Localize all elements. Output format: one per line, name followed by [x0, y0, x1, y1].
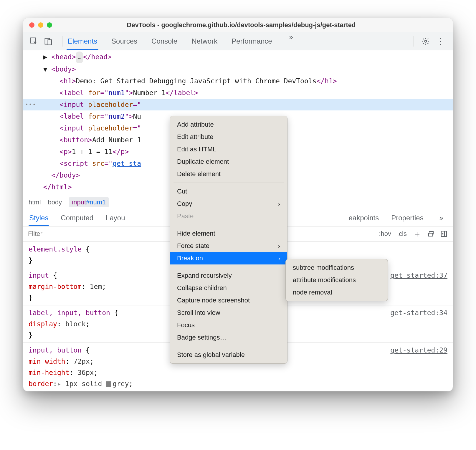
chevron-right-icon: ›	[278, 243, 280, 249]
ctx-scroll[interactable]: Scroll into view	[170, 307, 287, 319]
breadcrumb-html[interactable]: html	[29, 198, 41, 206]
ctx-copy[interactable]: Copy›	[170, 198, 287, 210]
main-tabs: Elements Sources Console Network Perform…	[67, 33, 409, 49]
titlebar: DevTools - googlechrome.github.io/devtoo…	[23, 18, 453, 32]
subtab-breakpoints[interactable]: eakpoints	[348, 210, 380, 226]
svg-rect-4	[429, 233, 433, 236]
ctx-duplicate[interactable]: Duplicate element	[170, 155, 287, 168]
ctx-badge[interactable]: Badge settings…	[170, 331, 287, 344]
more-options-icon[interactable]: ⋮	[433, 36, 447, 46]
chevron-right-icon: ›	[278, 201, 280, 207]
subtab-computed[interactable]: Computed	[60, 210, 94, 226]
ctx-separator	[173, 267, 284, 267]
tab-performance[interactable]: Performance	[230, 33, 273, 49]
svg-rect-2	[48, 40, 52, 45]
more-tabs-icon[interactable]: »	[285, 33, 297, 49]
source-link[interactable]: get-started:37	[390, 270, 447, 281]
ctx-separator	[173, 183, 284, 183]
color-swatch-icon[interactable]	[106, 381, 111, 387]
break-on-submenu: subtree modifications attribute modifica…	[285, 259, 388, 301]
computed-pane-icon[interactable]	[440, 230, 447, 237]
subtab-properties[interactable]: Properties	[391, 210, 424, 226]
breadcrumb-body[interactable]: body	[48, 198, 62, 206]
ctx-delete[interactable]: Delete element	[170, 168, 287, 180]
ctx-break-on[interactable]: Break on›	[170, 252, 287, 264]
close-window-button[interactable]	[29, 22, 34, 28]
submenu-node-removal[interactable]: node removal	[286, 286, 388, 299]
breadcrumb-input[interactable]: input#num1	[69, 197, 109, 207]
ctx-cut[interactable]: Cut	[170, 185, 287, 198]
hov-toggle[interactable]: :hov	[379, 230, 391, 238]
tab-network[interactable]: Network	[190, 33, 219, 49]
tab-console[interactable]: Console	[150, 33, 178, 49]
ctx-hide[interactable]: Hide element	[170, 227, 287, 240]
ctx-store[interactable]: Store as global variable	[170, 349, 287, 361]
ctx-paste: Paste	[170, 210, 287, 222]
ctx-add-attribute[interactable]: Add attribute	[170, 118, 287, 131]
devtools-window: DevTools - googlechrome.github.io/devtoo…	[23, 18, 453, 391]
ctx-separator	[173, 225, 284, 225]
submenu-subtree-modifications[interactable]: subtree modifications	[286, 262, 388, 274]
dom-body-open[interactable]: ▼ <body>	[23, 63, 453, 75]
ctx-force-state[interactable]: Force state›	[170, 240, 287, 252]
paint-flash-icon[interactable]	[427, 230, 434, 237]
subtab-layout[interactable]: Layou	[105, 210, 125, 226]
source-link[interactable]: get-started:29	[390, 345, 447, 356]
submenu-attribute-modifications[interactable]: attribute modifications	[286, 274, 388, 286]
settings-icon[interactable]	[422, 37, 430, 45]
dom-h1[interactable]: <h1>Demo: Get Started Debugging JavaScri…	[23, 75, 453, 87]
source-link[interactable]: get-started:34	[390, 307, 447, 318]
chevron-right-icon: ›	[278, 255, 280, 262]
cls-toggle[interactable]: .cls	[397, 230, 407, 238]
dom-input1-selected[interactable]: ••• <input placeholder="	[23, 99, 453, 110]
ctx-edit-attribute[interactable]: Edit attribute	[170, 131, 287, 143]
context-menu: Add attribute Edit attribute Edit as HTM…	[170, 116, 287, 364]
inspect-element-icon[interactable]	[29, 36, 39, 46]
tab-elements[interactable]: Elements	[67, 33, 98, 49]
ctx-separator	[173, 346, 284, 346]
selected-node-dots-icon[interactable]: •••	[25, 99, 37, 110]
main-toolbar: Elements Sources Console Network Perform…	[23, 32, 453, 50]
ctx-edit-as-html[interactable]: Edit as HTML	[170, 143, 287, 155]
ctx-focus[interactable]: Focus	[170, 319, 287, 331]
toolbar-separator	[62, 36, 62, 47]
dom-label1[interactable]: <label for="num1">Number 1</label>	[23, 87, 453, 99]
toolbar-separator-2	[414, 36, 414, 47]
device-toolbar-icon[interactable]	[43, 36, 53, 46]
dom-head[interactable]: ▶ <head>…</head>	[23, 51, 453, 63]
window-title: DevTools - googlechrome.github.io/devtoo…	[36, 21, 447, 29]
ctx-expand[interactable]: Expand recursively	[170, 269, 287, 282]
ctx-capture[interactable]: Capture node screenshot	[170, 294, 287, 307]
subtab-styles[interactable]: Styles	[29, 210, 49, 226]
tab-sources[interactable]: Sources	[110, 33, 138, 49]
ctx-collapse[interactable]: Collapse children	[170, 282, 287, 294]
svg-point-3	[425, 40, 427, 42]
more-subtabs-icon[interactable]: »	[435, 214, 447, 222]
new-rule-icon[interactable]: ＋	[413, 228, 422, 240]
